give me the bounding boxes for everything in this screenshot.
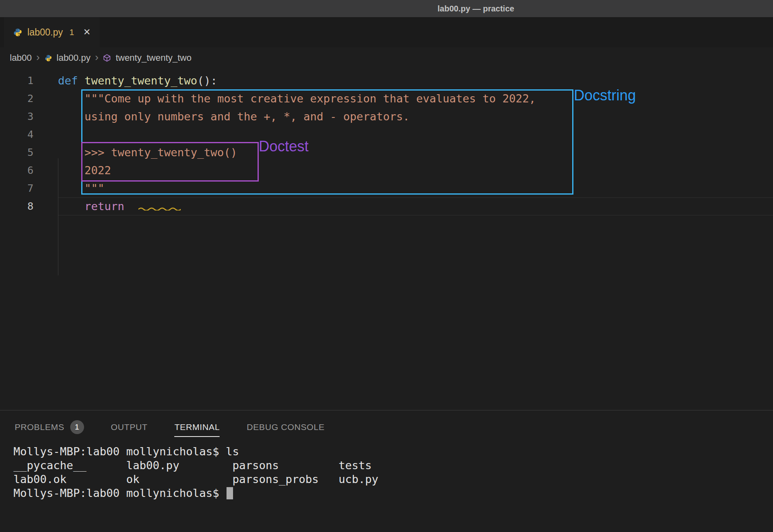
code-content: 2022: [58, 162, 773, 180]
code-content: >>> twenty_twenty_two(): [58, 144, 773, 162]
code-line-7[interactable]: 7 """: [0, 180, 773, 197]
code-token: >>> twenty_twenty_two(): [58, 146, 237, 159]
indent-guide: [58, 158, 58, 275]
terminal-line: Mollys-MBP:lab00 mollynicholas$: [13, 486, 378, 500]
line-number: 1: [0, 72, 33, 90]
terminal-text: lab00.ok ok parsons_probs ucb.py: [13, 473, 378, 485]
bottom-panel: PROBLEMS 1 OUTPUT TERMINAL DEBUG CONSOLE…: [0, 410, 773, 532]
code-content: using only numbers and the +, *, and - o…: [58, 108, 773, 126]
close-icon[interactable]: ✕: [83, 27, 91, 38]
tab-output[interactable]: OUTPUT: [111, 422, 148, 437]
terminal-text: Mollys-MBP:lab00 mollynicholas$ ls: [13, 445, 239, 458]
line-number: 3: [0, 108, 33, 126]
code-content: """: [58, 180, 773, 197]
tab-lab00py[interactable]: lab00.py 1 ✕: [4, 17, 100, 47]
tab-filename: lab00.py: [27, 27, 63, 38]
line-number: 8: [0, 197, 33, 215]
code-token: 2022: [58, 164, 111, 177]
vscode-window: lab00.py — practice lab00.py 1 ✕ lab00 ›…: [0, 0, 773, 532]
code-content: """Come up with the most creative expres…: [58, 90, 773, 108]
code-content: [58, 126, 773, 144]
line-number: 5: [0, 144, 33, 162]
code-token: """: [58, 182, 104, 195]
tab-terminal[interactable]: TERMINAL: [174, 422, 220, 437]
breadcrumb: lab00 › lab00.py › twenty_twenty_two: [0, 47, 773, 69]
terminal-text: __pycache__ lab00.py parsons tests: [13, 459, 372, 472]
code-line-4[interactable]: 4: [0, 126, 773, 144]
code-line-6[interactable]: 6 2022: [0, 162, 773, 180]
terminal-text: Mollys-MBP:lab00 mollynicholas$: [13, 487, 226, 499]
panel-tab-label: PROBLEMS: [15, 422, 64, 432]
tab-problems[interactable]: PROBLEMS 1: [15, 420, 84, 439]
python-icon: [44, 54, 52, 62]
code-content: return: [58, 197, 773, 215]
breadcrumb-item-folder[interactable]: lab00: [10, 53, 32, 63]
panel-tab-label: TERMINAL: [174, 422, 220, 432]
panel-tab-label: OUTPUT: [111, 422, 148, 432]
terminal-output[interactable]: Mollys-MBP:lab00 mollynicholas$ ls __pyc…: [13, 445, 378, 500]
code-line-5[interactable]: 5 >>> twenty_twenty_two(): [0, 144, 773, 162]
code-content: def twenty_twenty_two():: [58, 72, 773, 90]
tab-problems-count: 1: [69, 27, 74, 37]
code-token: """Come up with the most creative expres…: [58, 92, 535, 105]
code-editor[interactable]: 1 def twenty_twenty_two(): 2 """Come up …: [0, 69, 773, 410]
editor-tab-strip: lab00.py 1 ✕: [0, 17, 773, 47]
panel-tab-bar: PROBLEMS 1 OUTPUT TERMINAL DEBUG CONSOLE: [15, 420, 324, 439]
symbol-cube-icon: [103, 54, 111, 62]
breadcrumb-item-symbol[interactable]: twenty_twenty_two: [116, 53, 191, 63]
window-title: lab00.py — practice: [438, 4, 514, 13]
doctest-annotation-label: Doctest: [259, 138, 309, 155]
line-number: 2: [0, 90, 33, 108]
warning-squiggle-icon: [138, 206, 181, 211]
code-line-1[interactable]: 1 def twenty_twenty_two():: [0, 72, 773, 90]
code-line-8-current[interactable]: 8 return: [0, 197, 773, 215]
line-number: 7: [0, 180, 33, 197]
code-token: ():: [197, 74, 217, 87]
breadcrumb-item-file[interactable]: lab00.py: [57, 53, 91, 63]
terminal-line: lab00.ok ok parsons_probs ucb.py: [13, 472, 378, 486]
line-number: 4: [0, 126, 33, 144]
code-line-3[interactable]: 3 using only numbers and the +, *, and -…: [0, 108, 773, 126]
code-token: using only numbers and the +, *, and - o…: [58, 110, 410, 123]
terminal-cursor: [227, 487, 233, 499]
chevron-right-icon: ›: [36, 52, 40, 64]
title-bar[interactable]: lab00.py — practice: [0, 0, 773, 17]
code-token: def: [58, 74, 78, 87]
panel-tab-label: DEBUG CONSOLE: [247, 422, 324, 432]
code-token: twenty_twenty_two: [78, 74, 198, 87]
problems-count-badge: 1: [70, 420, 84, 434]
python-icon: [13, 28, 22, 37]
code-line-2[interactable]: 2 """Come up with the most creative expr…: [0, 90, 773, 108]
code-token: return: [58, 200, 124, 213]
tab-debug-console[interactable]: DEBUG CONSOLE: [247, 422, 324, 437]
terminal-line: Mollys-MBP:lab00 mollynicholas$ ls: [13, 445, 378, 459]
chevron-right-icon: ›: [95, 52, 99, 64]
docstring-annotation-label: Docstring: [574, 87, 636, 104]
line-number: 6: [0, 162, 33, 180]
terminal-line: __pycache__ lab00.py parsons tests: [13, 459, 378, 472]
